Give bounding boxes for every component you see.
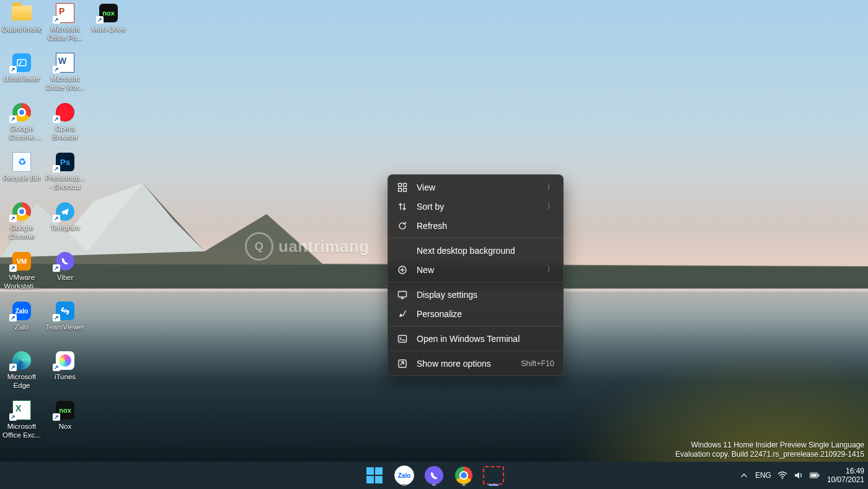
- shortcut-overlay-icon: [53, 413, 60, 421]
- taskbar-snipping-tool[interactable]: [481, 463, 506, 488]
- nox-icon: nox: [55, 400, 76, 421]
- tray-overflow-chevron-icon[interactable]: [739, 470, 749, 480]
- watermark-line-2: Evaluation copy. Build 22471.rs_prerelea…: [675, 450, 864, 459]
- desktop-icon-label: Multi-Drive: [88, 25, 129, 34]
- desktop-icon-recycle-bin[interactable]: Recycle Bin: [1, 151, 42, 182]
- desktop-icon-label: UltraViewer: [1, 74, 42, 83]
- context-menu-more[interactable]: Show more optionsShift+F10: [388, 354, 563, 373]
- blank-icon: [397, 245, 408, 256]
- desktop-context-menu[interactable]: View〉Sort by〉RefreshNext desktop backgro…: [388, 174, 564, 376]
- desktop-icon-zalo[interactable]: ZaloZalo: [1, 300, 42, 331]
- desktop-icon-label: Viber: [45, 273, 86, 282]
- context-menu-display[interactable]: Display settings: [388, 285, 563, 304]
- desktop-icon-label: Microsoft Edge: [1, 372, 42, 390]
- desktop-icon-photoshop[interactable]: PsPhotoshop... - Shortcut: [45, 151, 86, 191]
- chevron-right-icon: 〉: [547, 201, 554, 212]
- photoshop-icon: Ps: [55, 151, 76, 173]
- context-menu-sort[interactable]: Sort by〉: [388, 197, 563, 216]
- image-watermark: Q uantrimang: [245, 232, 370, 261]
- shortcut-overlay-icon: [53, 364, 60, 371]
- context-menu-separator: [388, 238, 563, 238]
- desktop-icon-telegram[interactable]: Telegram: [45, 201, 86, 232]
- windows-build-watermark: Windows 11 Home Insider Preview Single L…: [675, 441, 864, 459]
- context-menu-next-bg[interactable]: Next desktop background: [388, 241, 563, 260]
- telegram-icon: [55, 201, 76, 222]
- shortcut-overlay-icon: [9, 215, 17, 222]
- desktop-icon-label: Quantrimang: [1, 25, 42, 34]
- start-button[interactable]: [362, 463, 387, 488]
- desktop-icon-viber[interactable]: Viber: [45, 251, 86, 282]
- shortcut-overlay-icon: [9, 413, 17, 421]
- taskbar-chrome[interactable]: [451, 463, 476, 488]
- shortcut-overlay-icon: [53, 264, 60, 272]
- desktop-icon-label: Microsoft Office Wor...: [45, 74, 86, 92]
- taskbar-viber[interactable]: [422, 463, 446, 488]
- zalo-icon: Zalo: [11, 300, 32, 321]
- opera-icon: [55, 102, 76, 123]
- context-menu-label: Sort by: [417, 202, 538, 212]
- context-menu-accelerator: Shift+F10: [521, 359, 554, 368]
- taskbar-system-tray[interactable]: ENG 16:49 10/07/2021: [739, 462, 864, 489]
- desktop[interactable]: QuantrimangMicrosoft Office Po...noxMult…: [0, 0, 868, 489]
- more-icon: [397, 358, 408, 369]
- svg-rect-12: [818, 474, 820, 477]
- desktop-icon-nox[interactable]: noxNox: [45, 400, 86, 431]
- desktop-icon-label: Microsoft Office Exc...: [1, 422, 42, 439]
- context-menu-label: Display settings: [417, 290, 554, 300]
- desktop-icon-label: Zalo: [1, 323, 42, 331]
- desktop-icon-ms-word[interactable]: Microsoft Office Wor...: [45, 52, 86, 92]
- desktop-icon-ultraviewer[interactable]: UltraViewer: [1, 52, 42, 83]
- shortcut-overlay-icon: [53, 16, 60, 24]
- desktop-icon-edge[interactable]: Microsoft Edge: [1, 350, 42, 390]
- taskbar[interactable]: Zalo ENG 16:49 10/07/2021: [0, 462, 868, 489]
- desktop-icon-ms-excel[interactable]: Microsoft Office Exc...: [1, 400, 42, 439]
- multi-drive-icon: nox: [98, 2, 119, 24]
- vmware-icon: VM: [11, 251, 32, 272]
- svg-rect-0: [17, 60, 26, 66]
- display-icon: [397, 289, 408, 300]
- taskbar-clock[interactable]: 16:49 10/07/2021: [827, 467, 864, 484]
- taskbar-center: Zalo: [362, 463, 506, 488]
- desktop-icon-label: Recycle Bin: [1, 174, 42, 182]
- shortcut-overlay-icon: [53, 314, 60, 321]
- desktop-icon-vmware[interactable]: VMVMware Workstati...: [1, 251, 42, 290]
- desktop-icon-teamviewer[interactable]: TeamViewer: [45, 300, 86, 331]
- context-menu-separator: [388, 326, 563, 326]
- context-menu-view[interactable]: View〉: [388, 177, 563, 197]
- context-menu-new[interactable]: New〉: [388, 260, 563, 279]
- clock-time: 16:49: [827, 467, 864, 475]
- viber-icon: [55, 251, 76, 272]
- chrome-icon: [455, 467, 472, 484]
- desktop-icon-multi-drive[interactable]: noxMulti-Drive: [88, 2, 129, 34]
- tray-language[interactable]: ENG: [755, 471, 771, 480]
- context-menu-terminal[interactable]: Open in Windows Terminal: [388, 329, 563, 348]
- svg-rect-6: [399, 291, 407, 297]
- battery-icon[interactable]: [810, 470, 820, 480]
- shortcut-overlay-icon: [9, 264, 17, 272]
- context-menu-personalize[interactable]: Personalize: [388, 304, 563, 323]
- taskbar-zalo[interactable]: Zalo: [392, 463, 417, 488]
- zalo-icon: Zalo: [394, 465, 414, 485]
- context-menu-refresh[interactable]: Refresh: [388, 216, 563, 235]
- chrome-dev-icon: [11, 102, 32, 123]
- desktop-icon-chrome[interactable]: Google Chrome: [1, 201, 42, 241]
- shortcut-overlay-icon: [53, 215, 60, 222]
- shortcut-overlay-icon: [9, 66, 17, 73]
- desktop-icon-chrome-dev[interactable]: Google Chrome Dev: [1, 102, 42, 141]
- svg-rect-1: [399, 183, 402, 186]
- personalize-icon: [397, 308, 408, 320]
- desktop-icon-opera[interactable]: Opera Browser: [45, 102, 86, 141]
- context-menu-label: Show more options: [417, 359, 512, 369]
- desktop-icon-ms-ppt[interactable]: Microsoft Office Po...: [45, 2, 86, 42]
- ms-excel-icon: [11, 400, 32, 421]
- desktop-icon-itunes[interactable]: iTunes: [45, 350, 86, 381]
- desktop-icon-quantrimang[interactable]: Quantrimang: [1, 2, 42, 34]
- chevron-right-icon: 〉: [547, 182, 554, 192]
- wifi-icon[interactable]: [777, 470, 787, 480]
- snipping-tool-icon: [483, 466, 504, 485]
- context-menu-label: Open in Windows Terminal: [417, 334, 554, 344]
- recycle-bin-icon: [11, 151, 32, 173]
- itunes-icon: [55, 350, 76, 371]
- svg-point-9: [782, 478, 783, 479]
- volume-icon[interactable]: [794, 470, 804, 480]
